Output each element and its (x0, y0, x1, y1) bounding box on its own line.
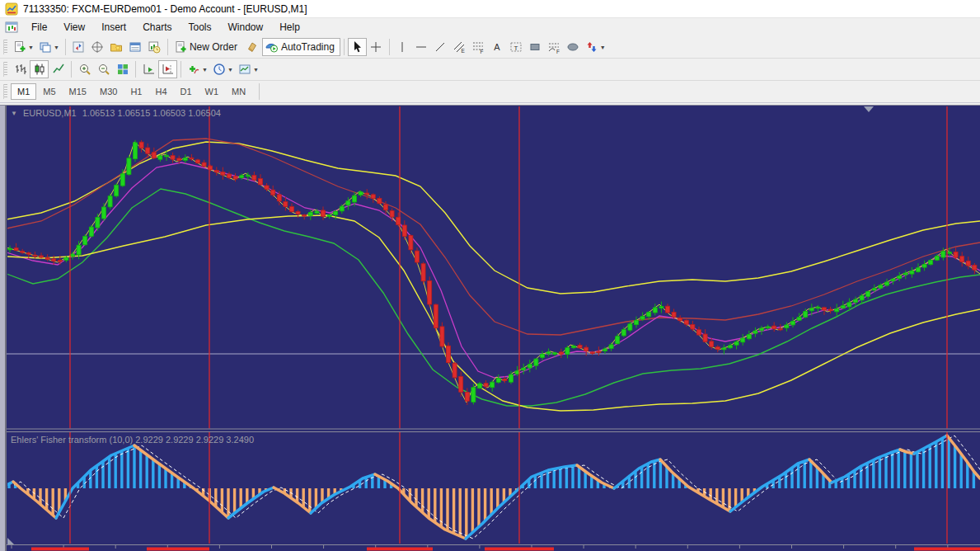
menu-bar: File View Insert Charts Tools Window Hel… (0, 18, 980, 36)
market-watch-button[interactable] (69, 38, 88, 56)
autotrading-label: AutoTrading (279, 41, 338, 53)
text-button[interactable]: A (488, 38, 507, 56)
timeframe-w1[interactable]: W1 (199, 83, 226, 100)
periods-clock-icon (213, 63, 226, 76)
trendline-button[interactable] (431, 38, 450, 56)
timeframe-m15[interactable]: M15 (63, 83, 93, 100)
cursor-icon (350, 40, 363, 54)
profiles-icon (39, 40, 52, 54)
window-title: 71133350: FXCM-EURDemo01 - Demo Account … (23, 3, 307, 15)
toolbar-charts: ▼ ▼ ▼ (0, 59, 980, 81)
tile-windows-icon (116, 63, 129, 76)
cursor-button[interactable] (348, 38, 367, 56)
autotrading-button[interactable]: AutoTrading (262, 38, 340, 56)
auto-scroll-button[interactable] (139, 60, 158, 78)
strategy-tester-button[interactable] (145, 38, 164, 56)
text-icon: A (490, 40, 504, 54)
svg-text:E: E (462, 48, 466, 54)
rectangle-button[interactable] (526, 38, 545, 56)
arrows-button[interactable]: ▼ (583, 38, 608, 56)
crosshair-icon (369, 40, 382, 54)
toolbar-grip[interactable] (3, 62, 7, 77)
toolbar-grip[interactable] (3, 84, 7, 99)
terminal-button[interactable] (126, 38, 145, 56)
new-chart-icon (13, 40, 26, 54)
fibonacci-retracement-button[interactable]: F (469, 38, 488, 56)
menu-item-file[interactable]: File (23, 19, 55, 35)
horizontal-line-icon (415, 40, 428, 54)
candlesticks-icon (33, 63, 46, 76)
menu-item-view[interactable]: View (55, 19, 93, 35)
market-watch-icon (72, 40, 85, 54)
ellipse-icon (566, 40, 579, 54)
chart-shift-button[interactable] (158, 60, 177, 78)
rectangle-icon (528, 40, 542, 54)
line-chart-button[interactable] (49, 60, 68, 78)
tile-windows-button[interactable] (113, 60, 132, 78)
equidistant-channel-button[interactable]: E (450, 38, 469, 56)
toolbar-separator (71, 61, 72, 78)
chart-symbol-period: EURUSD,M1 (23, 108, 77, 118)
menu-item-charts[interactable]: Charts (134, 19, 180, 35)
toolbar-separator (167, 39, 168, 55)
svg-text:F: F (556, 49, 560, 54)
chart-window-icon[interactable] (5, 21, 18, 34)
svg-text:F: F (481, 49, 484, 54)
arrows-icon (585, 40, 598, 54)
fibonacci-expansion-icon: F (547, 40, 560, 54)
toolbar-separator (181, 61, 181, 78)
toolbar-separator (135, 61, 136, 78)
trendline-icon (434, 40, 447, 54)
chart-canvas[interactable] (0, 105, 980, 551)
timeframe-m30[interactable]: M30 (93, 83, 124, 100)
chart-ohlc-values: 1.06513 1.06515 1.06503 1.06504 (82, 108, 221, 118)
zoom-in-button[interactable] (75, 60, 94, 78)
data-window-icon (91, 40, 104, 54)
equidistant-channel-icon: E (452, 40, 466, 54)
data-window-button[interactable] (88, 38, 107, 56)
profiles-button[interactable]: ▼ (36, 38, 62, 56)
bar-chart-button[interactable] (11, 60, 30, 78)
navigator-icon (110, 40, 123, 54)
vertical-line-icon (396, 40, 409, 54)
vertical-line-button[interactable] (393, 38, 412, 56)
collapse-triangle-icon[interactable]: ▼ (11, 110, 17, 117)
toolbar-grip[interactable] (3, 40, 7, 54)
axis-red-label-bar (485, 548, 554, 551)
menu-item-window[interactable]: Window (220, 19, 272, 35)
auto-scroll-icon (143, 63, 156, 76)
templates-button[interactable]: ▼ (236, 60, 261, 78)
menu-item-tools[interactable]: Tools (181, 19, 220, 35)
timeframe-h4[interactable]: H4 (148, 83, 173, 100)
timeframe-h1[interactable]: H1 (124, 83, 148, 100)
timeframe-m5[interactable]: M5 (36, 83, 62, 100)
periods-button[interactable]: ▼ (210, 60, 236, 78)
new-order-button[interactable]: New Order (171, 38, 243, 56)
horizontal-line-button[interactable] (412, 38, 431, 56)
crosshair-button[interactable] (367, 38, 386, 56)
zoom-out-icon (97, 63, 110, 76)
bar-chart-icon (14, 63, 27, 76)
new-chart-button[interactable]: ▼ (11, 38, 36, 56)
zoom-in-icon (78, 63, 91, 76)
indicators-button[interactable]: ▼ (185, 60, 210, 78)
fibonacci-expansion-button[interactable]: F (545, 38, 564, 56)
timeframe-m1[interactable]: M1 (11, 83, 36, 100)
axis-red-label-bar (147, 548, 209, 551)
metaeditor-button[interactable] (243, 38, 262, 56)
timeframe-d1[interactable]: D1 (174, 83, 199, 100)
title-bar: 71133350: FXCM-EURDemo01 - Demo Account … (0, 0, 980, 18)
timeframe-mn[interactable]: MN (225, 83, 252, 100)
toolbar-separator (344, 39, 345, 55)
navigator-button[interactable] (107, 38, 126, 56)
new-order-label: New Order (188, 41, 241, 53)
menu-item-insert[interactable]: Insert (93, 19, 134, 35)
ellipse-button[interactable] (564, 38, 583, 56)
menu-item-help[interactable]: Help (271, 19, 308, 35)
zoom-out-button[interactable] (94, 60, 113, 78)
candlesticks-button[interactable] (30, 60, 49, 78)
text-label-button[interactable]: T (507, 38, 526, 56)
toolbar-separator (389, 39, 390, 55)
svg-text:A: A (495, 42, 501, 52)
indicator-label: Ehlers' Fisher transform (10,0) 2.9229 2… (11, 435, 254, 445)
